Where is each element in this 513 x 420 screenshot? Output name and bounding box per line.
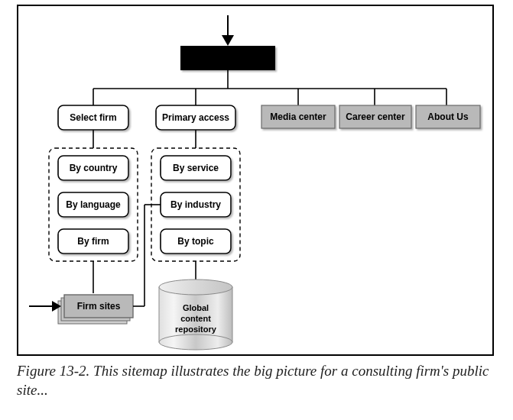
- svg-point-35: [159, 279, 232, 295]
- by-topic-label: By topic: [177, 236, 214, 247]
- figure-container: Main gateway Select firm Primary access: [0, 0, 513, 420]
- node-by-country: By country: [58, 156, 128, 180]
- primary-access-label: Primary access: [162, 112, 229, 123]
- svg-point-34: [159, 334, 232, 350]
- figure-border: Main gateway Select firm Primary access: [17, 5, 494, 356]
- career-center-label: Career center: [346, 111, 405, 122]
- node-by-service: By service: [161, 156, 231, 180]
- repo-label-3: repository: [175, 325, 217, 334]
- node-by-topic: By topic: [161, 229, 231, 254]
- by-language-label: By language: [66, 199, 121, 210]
- node-by-language: By language: [58, 192, 128, 217]
- select-firm-label: Select firm: [70, 112, 116, 123]
- firm-sites-entry-arrow: [29, 301, 61, 312]
- main-gateway-label: Main gateway: [196, 52, 261, 63]
- node-primary-access: Primary access: [156, 105, 235, 130]
- node-career-center: Career center: [339, 105, 411, 128]
- media-center-label: Media center: [270, 111, 326, 122]
- by-industry-label: By industry: [170, 199, 221, 210]
- node-about-us: About Us: [416, 105, 480, 128]
- sitemap-svg: Main gateway Select firm Primary access: [18, 6, 492, 354]
- firm-sites-label: Firm sites: [77, 301, 121, 312]
- node-media-center: Media center: [261, 105, 335, 128]
- by-country-label: By country: [70, 163, 118, 173]
- node-firm-sites: Firm sites: [58, 295, 133, 324]
- node-by-industry: By industry: [161, 192, 231, 217]
- repo-label-2: content: [180, 314, 211, 323]
- entry-arrow: [222, 15, 234, 46]
- node-main-gateway: Main gateway: [180, 46, 275, 70]
- by-service-label: By service: [173, 163, 219, 173]
- node-select-firm: Select firm: [58, 105, 128, 130]
- figure-caption: Figure 13-2. This sitemap illustrates th…: [17, 362, 494, 399]
- svg-marker-1: [222, 35, 234, 46]
- by-firm-label: By firm: [77, 236, 109, 247]
- about-us-label: About Us: [427, 111, 469, 122]
- node-by-firm: By firm: [58, 229, 128, 254]
- repo-label-1: Global: [183, 303, 209, 312]
- node-global-content-repository: Global content repository: [159, 279, 232, 350]
